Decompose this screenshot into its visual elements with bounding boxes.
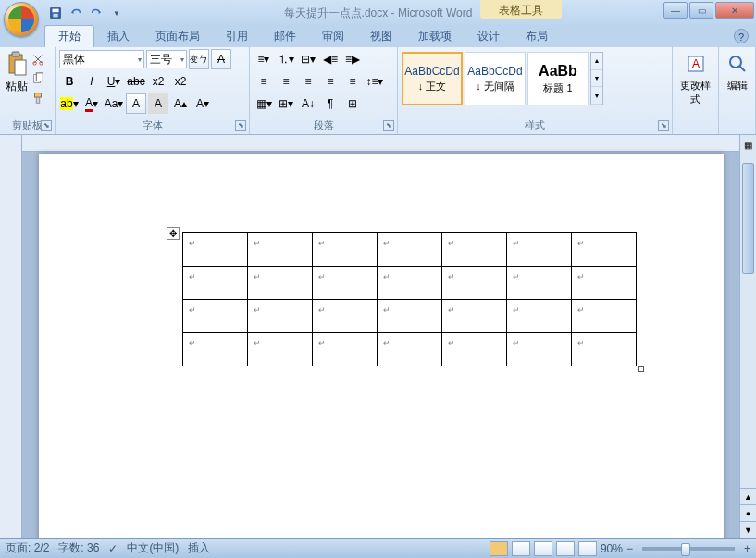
maximize-button[interactable]: ▭ [689, 2, 713, 19]
strikethrough-button[interactable]: abc [126, 71, 146, 92]
minimize-button[interactable]: — [663, 2, 688, 19]
zoom-in-button[interactable]: + [744, 542, 750, 555]
show-marks-button[interactable]: ¶ [320, 93, 341, 114]
italic-button[interactable]: I [81, 71, 102, 92]
close-button[interactable]: ✕ [715, 2, 754, 19]
qat-undo[interactable] [67, 4, 85, 22]
table-move-handle[interactable]: ✥ [167, 227, 180, 240]
table-resize-handle[interactable] [638, 366, 644, 372]
highlight-button[interactable]: ab▾ [59, 93, 80, 114]
clear-format-button[interactable]: A [211, 49, 231, 69]
zoom-level[interactable]: 90% [601, 542, 623, 555]
line-spacing-button[interactable]: ↕≡▾ [365, 71, 385, 92]
svg-text:A: A [691, 57, 699, 70]
style-normal[interactable]: AaBbCcDd ↓ 正文 [402, 52, 463, 105]
style-gallery-spinner[interactable]: ▲▼▼ [590, 52, 603, 105]
font-size-combo[interactable]: 三号 [146, 50, 187, 68]
status-page[interactable]: 页面: 2/2 [6, 540, 49, 556]
decrease-indent-button[interactable]: ◀≡ [320, 49, 341, 69]
view-fullscreen[interactable] [512, 541, 530, 556]
svg-line-15 [739, 66, 745, 71]
document-page[interactable]: ✥ [39, 154, 724, 538]
subscript-button[interactable]: x2 [148, 71, 168, 92]
context-tab-table-tools: 表格工具 [480, 0, 562, 19]
align-center-button[interactable]: ≡ [276, 71, 296, 92]
next-page-button[interactable]: ▼ [740, 521, 756, 538]
zoom-slider[interactable] [642, 547, 735, 551]
status-words[interactable]: 字数: 36 [58, 540, 99, 556]
justify-button[interactable]: ≡ [320, 71, 341, 92]
tab-page-layout[interactable]: 页面布局 [143, 26, 213, 47]
grow-font-button[interactable]: A▴ [170, 93, 191, 114]
view-print-layout[interactable] [490, 541, 508, 556]
bullets-button[interactable]: ≡▾ [254, 49, 274, 69]
qat-customize[interactable]: ▼ [107, 4, 126, 22]
styles-launcher[interactable]: ⬊ [658, 120, 669, 131]
increase-indent-button[interactable]: ≡▶ [342, 49, 363, 69]
browse-object-button[interactable]: ● [740, 504, 756, 521]
paste-button[interactable]: 粘贴 [4, 49, 30, 116]
qat-redo[interactable] [87, 4, 105, 22]
proofing-icon[interactable]: ✓ [108, 542, 118, 555]
svg-rect-5 [15, 60, 26, 75]
view-draft[interactable] [578, 541, 597, 556]
paragraph-launcher[interactable]: ⬊ [383, 120, 394, 131]
status-language[interactable]: 中文(中国) [127, 540, 179, 556]
char-border-button[interactable]: A [126, 93, 146, 114]
distribute-button[interactable]: ≡ [342, 71, 363, 92]
cut-button[interactable] [31, 53, 44, 68]
view-outline[interactable] [556, 541, 575, 556]
style-no-spacing[interactable]: AaBbCcDd ↓ 无间隔 [465, 52, 526, 105]
format-painter-button[interactable] [31, 92, 44, 107]
tab-addins[interactable]: 加载项 [405, 26, 465, 47]
phonetic-guide-button[interactable]: 变ㄅ [189, 49, 209, 69]
help-button[interactable]: ? [734, 29, 749, 43]
tab-insert[interactable]: 插入 [94, 26, 143, 47]
snap-grid-button[interactable]: ⊞ [342, 93, 363, 114]
align-right-button[interactable]: ≡ [298, 71, 318, 92]
font-name-combo[interactable]: 黑体 [59, 50, 144, 68]
tab-layout[interactable]: 布局 [513, 26, 561, 47]
qat-save[interactable] [46, 4, 65, 22]
zoom-out-button[interactable]: − [626, 542, 633, 555]
superscript-button[interactable]: x2 [170, 71, 191, 92]
sort-button[interactable]: A↓ [298, 93, 318, 114]
char-shading-button[interactable]: A [148, 93, 168, 114]
style-heading1[interactable]: AaBb 标题 1 [527, 52, 589, 105]
status-mode[interactable]: 插入 [188, 540, 210, 556]
prev-page-button[interactable]: ▲ [740, 488, 756, 504]
numbering-button[interactable]: ⒈▾ [276, 49, 296, 69]
tab-mailings[interactable]: 邮件 [261, 26, 309, 47]
shrink-font-button[interactable]: A▾ [192, 93, 213, 114]
tab-review[interactable]: 审阅 [309, 26, 357, 47]
find-button[interactable]: 编辑 [723, 49, 751, 116]
change-case-button[interactable]: Aa▾ [104, 93, 124, 114]
shading-button[interactable]: ▦▾ [254, 93, 274, 114]
document-viewport[interactable]: ✥ [22, 135, 739, 538]
multilevel-button[interactable]: ⊟▾ [298, 49, 318, 69]
view-web[interactable] [534, 541, 552, 556]
horizontal-ruler[interactable] [22, 135, 739, 152]
font-group-label: 字体 [56, 118, 249, 132]
tab-view[interactable]: 视图 [357, 26, 405, 47]
tab-home[interactable]: 开始 [44, 25, 94, 47]
change-styles-button[interactable]: A 更改样式 [676, 49, 714, 116]
bold-button[interactable]: B [59, 71, 80, 92]
scroll-thumb[interactable] [742, 163, 754, 274]
office-button[interactable] [4, 2, 39, 37]
borders-button[interactable]: ⊞▾ [276, 93, 296, 114]
font-launcher[interactable]: ⬊ [235, 120, 246, 131]
vertical-scrollbar[interactable]: ▦ ▲ ● ▼ [739, 135, 756, 538]
font-color-button[interactable]: A▾ [81, 93, 102, 114]
tab-design[interactable]: 设计 [465, 26, 513, 47]
tab-references[interactable]: 引用 [213, 26, 261, 47]
document-table[interactable] [182, 232, 637, 366]
copy-button[interactable] [31, 72, 44, 88]
ruler-toggle[interactable]: ▦ [739, 135, 756, 154]
svg-rect-10 [35, 93, 42, 97]
clipboard-launcher[interactable]: ⬊ [41, 120, 52, 131]
underline-button[interactable]: U ▾ [104, 71, 124, 92]
ribbon-tabs: 开始 插入 页面布局 引用 邮件 审阅 视图 加载项 设计 布局 ? [0, 26, 756, 47]
vertical-ruler[interactable] [0, 135, 22, 538]
align-left-button[interactable]: ≡ [254, 71, 274, 92]
